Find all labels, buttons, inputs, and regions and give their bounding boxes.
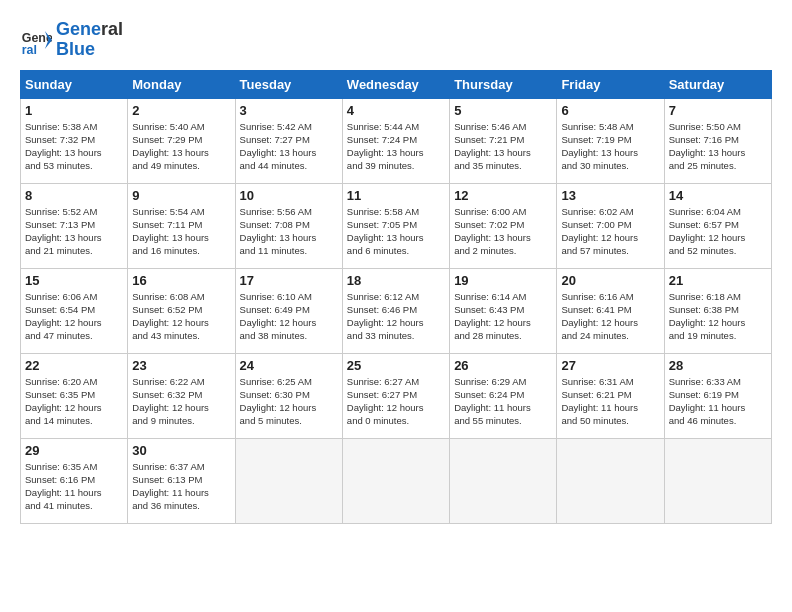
calendar-cell: 10Sunrise: 5:56 AM Sunset: 7:08 PM Dayli…: [235, 183, 342, 268]
calendar-cell: 23Sunrise: 6:22 AM Sunset: 6:32 PM Dayli…: [128, 353, 235, 438]
cell-details: Sunrise: 5:40 AM Sunset: 7:29 PM Dayligh…: [132, 120, 230, 173]
calendar-cell: [557, 438, 664, 523]
day-number: 19: [454, 273, 552, 288]
day-number: 16: [132, 273, 230, 288]
calendar-cell: 5Sunrise: 5:46 AM Sunset: 7:21 PM Daylig…: [450, 98, 557, 183]
cell-details: Sunrise: 6:08 AM Sunset: 6:52 PM Dayligh…: [132, 290, 230, 343]
cell-details: Sunrise: 5:46 AM Sunset: 7:21 PM Dayligh…: [454, 120, 552, 173]
weekday-header: Saturday: [664, 70, 771, 98]
calendar-cell: 14Sunrise: 6:04 AM Sunset: 6:57 PM Dayli…: [664, 183, 771, 268]
day-number: 22: [25, 358, 123, 373]
day-number: 14: [669, 188, 767, 203]
logo-text: GeneralBlue: [56, 20, 123, 60]
cell-details: Sunrise: 5:42 AM Sunset: 7:27 PM Dayligh…: [240, 120, 338, 173]
svg-text:ral: ral: [22, 43, 37, 56]
calendar-cell: 1Sunrise: 5:38 AM Sunset: 7:32 PM Daylig…: [21, 98, 128, 183]
day-number: 3: [240, 103, 338, 118]
day-number: 12: [454, 188, 552, 203]
day-number: 5: [454, 103, 552, 118]
day-number: 29: [25, 443, 123, 458]
calendar-cell: 8Sunrise: 5:52 AM Sunset: 7:13 PM Daylig…: [21, 183, 128, 268]
calendar-cell: 19Sunrise: 6:14 AM Sunset: 6:43 PM Dayli…: [450, 268, 557, 353]
cell-details: Sunrise: 5:44 AM Sunset: 7:24 PM Dayligh…: [347, 120, 445, 173]
day-number: 27: [561, 358, 659, 373]
calendar-week-row: 1Sunrise: 5:38 AM Sunset: 7:32 PM Daylig…: [21, 98, 772, 183]
weekday-header: Wednesday: [342, 70, 449, 98]
day-number: 18: [347, 273, 445, 288]
cell-details: Sunrise: 6:25 AM Sunset: 6:30 PM Dayligh…: [240, 375, 338, 428]
calendar-body: 1Sunrise: 5:38 AM Sunset: 7:32 PM Daylig…: [21, 98, 772, 523]
day-number: 6: [561, 103, 659, 118]
cell-details: Sunrise: 5:58 AM Sunset: 7:05 PM Dayligh…: [347, 205, 445, 258]
day-number: 4: [347, 103, 445, 118]
weekday-header: Thursday: [450, 70, 557, 98]
calendar-cell: 20Sunrise: 6:16 AM Sunset: 6:41 PM Dayli…: [557, 268, 664, 353]
cell-details: Sunrise: 6:22 AM Sunset: 6:32 PM Dayligh…: [132, 375, 230, 428]
cell-details: Sunrise: 6:02 AM Sunset: 7:00 PM Dayligh…: [561, 205, 659, 258]
calendar-cell: 15Sunrise: 6:06 AM Sunset: 6:54 PM Dayli…: [21, 268, 128, 353]
calendar-cell: [664, 438, 771, 523]
day-number: 10: [240, 188, 338, 203]
day-number: 17: [240, 273, 338, 288]
day-number: 1: [25, 103, 123, 118]
calendar-cell: 24Sunrise: 6:25 AM Sunset: 6:30 PM Dayli…: [235, 353, 342, 438]
weekday-header: Monday: [128, 70, 235, 98]
day-number: 21: [669, 273, 767, 288]
weekday-header: Tuesday: [235, 70, 342, 98]
cell-details: Sunrise: 6:10 AM Sunset: 6:49 PM Dayligh…: [240, 290, 338, 343]
cell-details: Sunrise: 6:04 AM Sunset: 6:57 PM Dayligh…: [669, 205, 767, 258]
calendar-table: SundayMondayTuesdayWednesdayThursdayFrid…: [20, 70, 772, 524]
day-number: 9: [132, 188, 230, 203]
calendar-cell: 29Sunrise: 6:35 AM Sunset: 6:16 PM Dayli…: [21, 438, 128, 523]
calendar-week-row: 8Sunrise: 5:52 AM Sunset: 7:13 PM Daylig…: [21, 183, 772, 268]
calendar-cell: [342, 438, 449, 523]
day-number: 23: [132, 358, 230, 373]
cell-details: Sunrise: 5:54 AM Sunset: 7:11 PM Dayligh…: [132, 205, 230, 258]
cell-details: Sunrise: 6:37 AM Sunset: 6:13 PM Dayligh…: [132, 460, 230, 513]
cell-details: Sunrise: 6:33 AM Sunset: 6:19 PM Dayligh…: [669, 375, 767, 428]
calendar-cell: [235, 438, 342, 523]
calendar-cell: 12Sunrise: 6:00 AM Sunset: 7:02 PM Dayli…: [450, 183, 557, 268]
calendar-cell: 25Sunrise: 6:27 AM Sunset: 6:27 PM Dayli…: [342, 353, 449, 438]
calendar-cell: 30Sunrise: 6:37 AM Sunset: 6:13 PM Dayli…: [128, 438, 235, 523]
cell-details: Sunrise: 5:48 AM Sunset: 7:19 PM Dayligh…: [561, 120, 659, 173]
calendar-cell: 26Sunrise: 6:29 AM Sunset: 6:24 PM Dayli…: [450, 353, 557, 438]
cell-details: Sunrise: 6:06 AM Sunset: 6:54 PM Dayligh…: [25, 290, 123, 343]
calendar-week-row: 15Sunrise: 6:06 AM Sunset: 6:54 PM Dayli…: [21, 268, 772, 353]
day-number: 26: [454, 358, 552, 373]
cell-details: Sunrise: 6:18 AM Sunset: 6:38 PM Dayligh…: [669, 290, 767, 343]
calendar-cell: 16Sunrise: 6:08 AM Sunset: 6:52 PM Dayli…: [128, 268, 235, 353]
calendar-cell: 11Sunrise: 5:58 AM Sunset: 7:05 PM Dayli…: [342, 183, 449, 268]
cell-details: Sunrise: 5:56 AM Sunset: 7:08 PM Dayligh…: [240, 205, 338, 258]
calendar-cell: 9Sunrise: 5:54 AM Sunset: 7:11 PM Daylig…: [128, 183, 235, 268]
day-number: 7: [669, 103, 767, 118]
cell-details: Sunrise: 6:35 AM Sunset: 6:16 PM Dayligh…: [25, 460, 123, 513]
day-number: 15: [25, 273, 123, 288]
cell-details: Sunrise: 5:38 AM Sunset: 7:32 PM Dayligh…: [25, 120, 123, 173]
calendar-cell: 13Sunrise: 6:02 AM Sunset: 7:00 PM Dayli…: [557, 183, 664, 268]
day-number: 25: [347, 358, 445, 373]
cell-details: Sunrise: 6:12 AM Sunset: 6:46 PM Dayligh…: [347, 290, 445, 343]
day-number: 20: [561, 273, 659, 288]
calendar-cell: 22Sunrise: 6:20 AM Sunset: 6:35 PM Dayli…: [21, 353, 128, 438]
day-number: 8: [25, 188, 123, 203]
day-number: 13: [561, 188, 659, 203]
calendar-cell: 21Sunrise: 6:18 AM Sunset: 6:38 PM Dayli…: [664, 268, 771, 353]
cell-details: Sunrise: 6:14 AM Sunset: 6:43 PM Dayligh…: [454, 290, 552, 343]
calendar-cell: 17Sunrise: 6:10 AM Sunset: 6:49 PM Dayli…: [235, 268, 342, 353]
cell-details: Sunrise: 6:20 AM Sunset: 6:35 PM Dayligh…: [25, 375, 123, 428]
cell-details: Sunrise: 6:29 AM Sunset: 6:24 PM Dayligh…: [454, 375, 552, 428]
cell-details: Sunrise: 5:52 AM Sunset: 7:13 PM Dayligh…: [25, 205, 123, 258]
calendar-cell: 2Sunrise: 5:40 AM Sunset: 7:29 PM Daylig…: [128, 98, 235, 183]
weekday-header: Sunday: [21, 70, 128, 98]
cell-details: Sunrise: 5:50 AM Sunset: 7:16 PM Dayligh…: [669, 120, 767, 173]
logo: Gene ral GeneralBlue: [20, 20, 123, 60]
calendar-cell: 4Sunrise: 5:44 AM Sunset: 7:24 PM Daylig…: [342, 98, 449, 183]
cell-details: Sunrise: 6:16 AM Sunset: 6:41 PM Dayligh…: [561, 290, 659, 343]
day-number: 11: [347, 188, 445, 203]
calendar-week-row: 29Sunrise: 6:35 AM Sunset: 6:16 PM Dayli…: [21, 438, 772, 523]
logo-icon: Gene ral: [20, 24, 52, 56]
calendar-cell: 3Sunrise: 5:42 AM Sunset: 7:27 PM Daylig…: [235, 98, 342, 183]
calendar-cell: 7Sunrise: 5:50 AM Sunset: 7:16 PM Daylig…: [664, 98, 771, 183]
calendar-cell: 28Sunrise: 6:33 AM Sunset: 6:19 PM Dayli…: [664, 353, 771, 438]
